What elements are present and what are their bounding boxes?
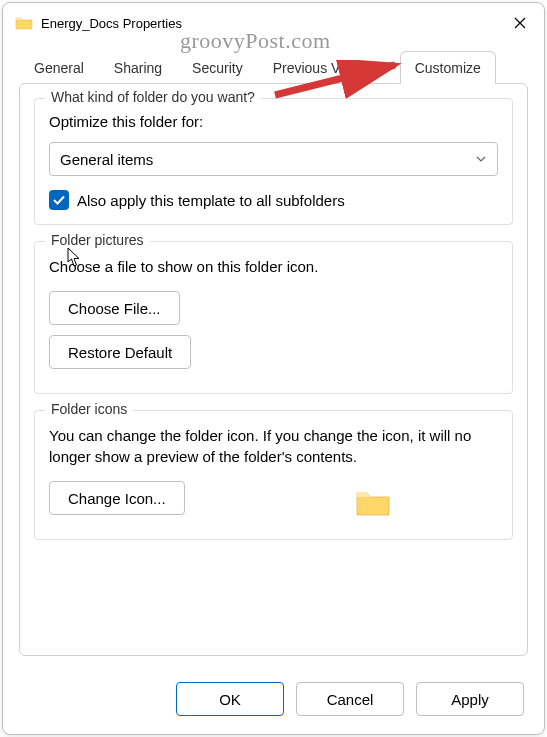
section-folder-pictures: Folder pictures Choose a file to show on… [34, 241, 513, 394]
dropdown-selected: General items [60, 151, 153, 168]
pictures-desc: Choose a file to show on this folder ico… [49, 256, 498, 277]
window-title: Energy_Docs Properties [41, 16, 508, 31]
choose-file-button[interactable]: Choose File... [49, 291, 180, 325]
tab-previous-versions[interactable]: Previous Versions [258, 51, 400, 84]
apply-button[interactable]: Apply [416, 682, 524, 716]
chevron-down-icon [475, 153, 487, 165]
section-title-icons: Folder icons [45, 401, 133, 417]
tab-panel-customize: What kind of folder do you want? Optimiz… [19, 83, 528, 656]
folder-icon [15, 16, 33, 30]
optimize-dropdown[interactable]: General items [49, 142, 498, 176]
section-title-pictures: Folder pictures [45, 232, 150, 248]
subfolders-checkbox[interactable] [49, 190, 69, 210]
folder-preview-icon [355, 488, 391, 518]
section-title-kind: What kind of folder do you want? [45, 89, 261, 105]
section-folder-icons: Folder icons You can change the folder i… [34, 410, 513, 540]
tab-strip: General Sharing Security Previous Versio… [3, 51, 544, 84]
tab-customize[interactable]: Customize [400, 51, 496, 84]
tab-security[interactable]: Security [177, 51, 258, 84]
section-folder-kind: What kind of folder do you want? Optimiz… [34, 98, 513, 225]
change-icon-button[interactable]: Change Icon... [49, 481, 185, 515]
optimize-label: Optimize this folder for: [49, 113, 498, 130]
check-icon [52, 193, 66, 207]
close-button[interactable] [508, 11, 532, 35]
dialog-footer: OK Cancel Apply [3, 668, 544, 734]
subfolders-checkbox-row: Also apply this template to all subfolde… [49, 190, 498, 210]
tab-general[interactable]: General [19, 51, 99, 84]
restore-default-button[interactable]: Restore Default [49, 335, 191, 369]
titlebar: Energy_Docs Properties [3, 3, 544, 43]
ok-button[interactable]: OK [176, 682, 284, 716]
icons-desc: You can change the folder icon. If you c… [49, 425, 498, 467]
tab-sharing[interactable]: Sharing [99, 51, 177, 84]
cancel-button[interactable]: Cancel [296, 682, 404, 716]
properties-dialog: Energy_Docs Properties groovyPost.com Ge… [2, 2, 545, 735]
subfolders-checkbox-label: Also apply this template to all subfolde… [77, 192, 345, 209]
